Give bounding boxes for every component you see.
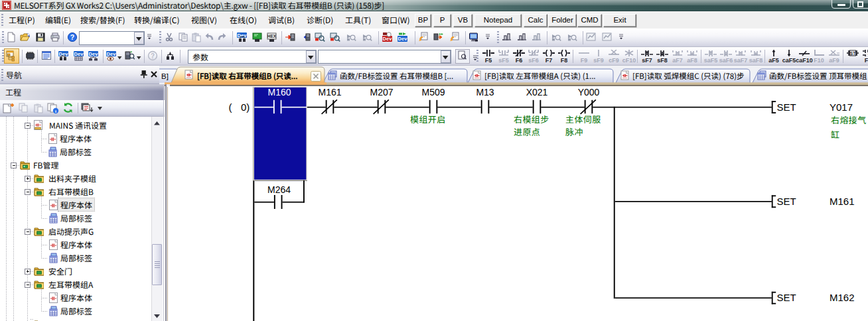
svg-text:0): 0)	[241, 101, 250, 113]
svg-text:函数/FB标签设置 顶耳带模组: 函数/FB标签设置 顶耳带模组	[769, 70, 867, 81]
svg-text:M264: M264	[267, 184, 291, 195]
svg-text:进原点: 进原点	[514, 125, 540, 138]
svg-text:i: i	[55, 109, 56, 114]
svg-text:Dev: Dev	[398, 36, 408, 42]
svg-text:X021: X021	[526, 87, 548, 97]
svg-text:[FB]读取 左耳带模组A (只读) (1...: [FB]读取 左耳带模组A (只读) (1...	[484, 70, 596, 81]
svg-text:函数/FB标签设置 右耳带模组B [...: 函数/FB标签设置 右耳带模组B [...	[340, 70, 453, 81]
svg-text:[FB]读取 弧焊模组C (只读) (78)步: [FB]读取 弧焊模组C (只读) (78)步	[632, 70, 745, 81]
svg-text:M160: M160	[267, 87, 291, 97]
svg-text:Dev: Dev	[89, 51, 99, 57]
svg-text:B]: B]	[161, 72, 169, 80]
svg-text:M509: M509	[421, 87, 445, 97]
svg-text:M161: M161	[830, 196, 855, 207]
svg-text:[FB]读取 右耳带模组B (只读...: [FB]读取 右耳带模组B (只读...	[197, 70, 297, 81]
svg-text:右模组步: 右模组步	[514, 113, 549, 125]
svg-text:Y000: Y000	[578, 87, 600, 97]
svg-text:?: ?	[151, 52, 155, 60]
svg-text:右熔接气: 右熔接气	[831, 113, 867, 126]
svg-text:Dev: Dev	[107, 51, 117, 57]
svg-text:Dev: Dev	[74, 51, 84, 57]
svg-text:脉冲: 脉冲	[565, 125, 583, 138]
svg-text:(: (	[229, 101, 232, 113]
svg-text:SET: SET	[777, 292, 796, 303]
svg-text:M162: M162	[830, 292, 855, 303]
svg-text:M207: M207	[370, 87, 393, 97]
svg-text:Dev: Dev	[383, 36, 393, 42]
svg-text:ST: ST	[850, 51, 855, 56]
svg-text:SET: SET	[777, 101, 796, 113]
svg-text:Dev: Dev	[238, 32, 248, 38]
svg-text:SET: SET	[777, 196, 796, 207]
svg-text:M161: M161	[318, 87, 341, 97]
svg-text:M13: M13	[476, 87, 494, 97]
svg-text:主体伺服: 主体伺服	[565, 113, 601, 125]
svg-text:缸: 缸	[831, 128, 839, 141]
svg-text:?: ?	[70, 33, 74, 41]
svg-text:HEX: HEX	[267, 34, 277, 38]
svg-text:模组开启: 模组开启	[410, 113, 446, 125]
svg-text:Y017: Y017	[830, 101, 853, 113]
